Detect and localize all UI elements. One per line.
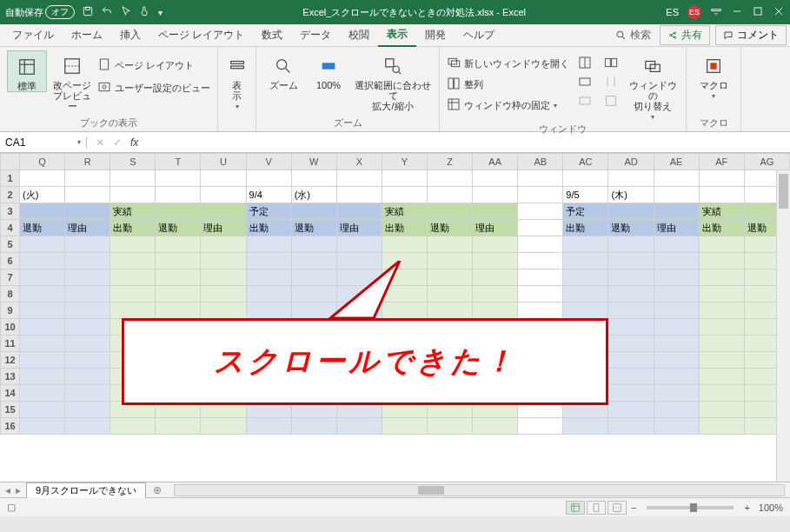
fx-icon[interactable]: fx	[130, 136, 138, 149]
cell[interactable]: 出勤	[382, 220, 427, 236]
ribbon-options-icon[interactable]	[710, 5, 722, 19]
cell[interactable]	[65, 203, 110, 220]
tab-formulas[interactable]: 数式	[253, 24, 291, 46]
col-header[interactable]: R	[65, 154, 110, 170]
cell[interactable]	[20, 286, 65, 303]
cell[interactable]	[563, 170, 608, 187]
col-header[interactable]: Q	[20, 154, 65, 170]
cell[interactable]: 9/4	[246, 187, 291, 203]
cell[interactable]	[20, 319, 65, 336]
col-header[interactable]: AD	[608, 154, 654, 170]
tab-review[interactable]: 校閲	[340, 24, 378, 46]
cell[interactable]: 9/5	[563, 187, 608, 203]
cell[interactable]	[608, 352, 654, 369]
cell[interactable]: 理由	[336, 220, 382, 236]
cell[interactable]	[608, 336, 654, 352]
cell[interactable]	[246, 418, 291, 435]
cell[interactable]	[654, 336, 699, 352]
cell[interactable]	[156, 418, 201, 435]
vertical-scrollbar[interactable]	[776, 170, 790, 482]
cell[interactable]	[156, 187, 201, 203]
cell[interactable]	[699, 269, 744, 286]
col-header[interactable]: AA	[473, 154, 518, 170]
cell[interactable]	[382, 170, 427, 187]
cell[interactable]	[654, 187, 699, 203]
cell[interactable]: 理由	[654, 220, 699, 236]
cell[interactable]	[428, 236, 473, 253]
worksheet-grid[interactable]: QRSTUVWXYZAAABACADAEAFAG12(火)9/4(水)9/5(木…	[0, 153, 790, 482]
minimize-icon[interactable]	[731, 5, 743, 19]
custom-views-button[interactable]: ユーザー設定のビュー	[97, 80, 210, 96]
cell[interactable]	[291, 236, 336, 253]
row-header[interactable]: 12	[1, 352, 20, 369]
cell[interactable]	[699, 319, 744, 336]
cell[interactable]	[699, 170, 744, 187]
cell[interactable]	[654, 269, 699, 286]
enter-icon[interactable]: ✓	[113, 136, 122, 149]
cell[interactable]	[699, 253, 744, 269]
row-header[interactable]: 1	[1, 170, 20, 187]
cell[interactable]	[20, 336, 65, 352]
cell[interactable]	[20, 385, 65, 402]
cell[interactable]: 予定	[563, 203, 608, 220]
cell[interactable]	[428, 203, 473, 220]
cell[interactable]: 退勤	[291, 220, 336, 236]
hide-icon[interactable]	[578, 75, 592, 90]
page-layout-toggle[interactable]	[587, 501, 606, 515]
zoom-slider[interactable]	[647, 506, 734, 509]
row-header[interactable]: 10	[1, 319, 20, 336]
cell[interactable]	[20, 170, 65, 187]
pointer-icon[interactable]	[120, 5, 132, 19]
cell[interactable]	[608, 385, 654, 402]
cell[interactable]	[246, 170, 291, 187]
cell[interactable]	[336, 187, 382, 203]
sheet-tab[interactable]: 9月スクロールできない	[26, 482, 146, 498]
cell[interactable]	[336, 418, 382, 435]
cell[interactable]: 退勤	[156, 220, 201, 236]
cell[interactable]: 理由	[473, 220, 518, 236]
cell[interactable]: 実績	[110, 203, 156, 220]
cell[interactable]: 出勤	[563, 220, 608, 236]
name-box[interactable]: CA1 ▾	[0, 136, 87, 149]
col-header[interactable]: W	[291, 154, 336, 170]
cell[interactable]: 実績	[382, 203, 427, 220]
cell[interactable]	[156, 203, 201, 220]
tab-page-layout[interactable]: ページ レイアウト	[149, 24, 253, 46]
row-header[interactable]: 16	[1, 418, 20, 435]
cell[interactable]	[20, 402, 65, 418]
col-header[interactable]: AC	[563, 154, 608, 170]
close-icon[interactable]	[773, 5, 785, 19]
zoom-selection-button[interactable]: 選択範囲に合わせて 拡大/縮小	[354, 50, 432, 111]
cell[interactable]	[518, 170, 563, 187]
row-header[interactable]: 6	[1, 253, 20, 269]
cell[interactable]	[699, 187, 744, 203]
cell[interactable]	[518, 203, 563, 220]
cell[interactable]	[201, 203, 246, 220]
col-header[interactable]: U	[201, 154, 246, 170]
cell[interactable]	[563, 236, 608, 253]
user-badge[interactable]: ES	[687, 5, 701, 19]
cell[interactable]	[563, 253, 608, 269]
cell[interactable]: 実績	[699, 203, 744, 220]
tab-view[interactable]: 表示	[378, 23, 416, 47]
cell[interactable]	[336, 203, 382, 220]
macro-button[interactable]: マクロ ▾	[694, 50, 734, 100]
sheet-nav-next[interactable]: ▸	[16, 484, 21, 496]
cell[interactable]	[20, 253, 65, 269]
row-header[interactable]: 11	[1, 336, 20, 352]
save-icon[interactable]	[82, 5, 94, 19]
cell[interactable]: 予定	[246, 203, 291, 220]
col-header[interactable]: V	[246, 154, 291, 170]
col-header[interactable]: T	[156, 154, 201, 170]
sync-scroll-icon[interactable]	[604, 75, 618, 90]
share-button[interactable]: 共有	[660, 25, 710, 45]
row-header[interactable]: 8	[1, 286, 20, 303]
cell[interactable]	[608, 286, 654, 303]
cell[interactable]: 出勤	[110, 220, 156, 236]
cell[interactable]	[382, 236, 427, 253]
row-header[interactable]: 15	[1, 402, 20, 418]
cell[interactable]	[65, 385, 110, 402]
cell[interactable]	[518, 220, 563, 236]
cell[interactable]	[20, 352, 65, 369]
cell[interactable]: (木)	[608, 187, 654, 203]
